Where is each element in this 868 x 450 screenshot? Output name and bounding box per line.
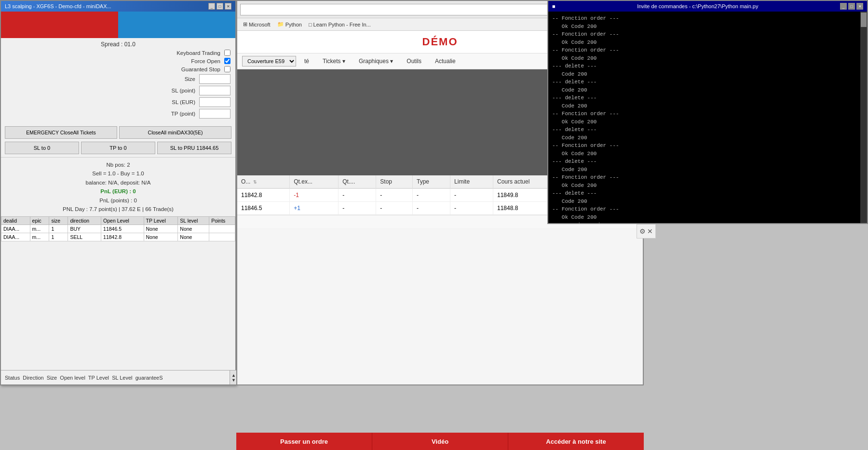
cmd-content: -- Fonction order --- Ok Code 200-- Fonc… (548, 12, 867, 223)
cmd-scrollbar[interactable] (860, 12, 867, 223)
sell-button[interactable] (1, 12, 118, 38)
cmd-line: Ok Code 200 (552, 118, 863, 126)
th-type: Type (412, 175, 450, 188)
spread-label: Spread : 01.0 (101, 41, 136, 48)
cmd-line: --- delete --- (552, 126, 863, 134)
trade-buttons (1, 12, 235, 38)
force-open-checkbox[interactable] (224, 58, 231, 64)
nav-tab-tickets[interactable]: Tickets ▾ (317, 55, 351, 67)
bookmark-python[interactable]: 📁 Python (275, 20, 304, 28)
table-row: DIAA... m... 1 BUY 11846.5 None None (1, 225, 235, 233)
close-button[interactable]: ✕ (225, 3, 231, 10)
buy-button[interactable] (118, 12, 235, 38)
tp-to-0-button[interactable]: TP to 0 (81, 142, 155, 154)
cmd-line: Code 200 (552, 102, 863, 110)
emergency-closeall-button[interactable]: EMERGENCY CloseAll Tickets (5, 126, 117, 139)
cmd-titlebar-buttons: _ □ ✕ (840, 3, 863, 10)
sell-buy: Sell = 1.0 - Buy = 1.0 (6, 169, 231, 178)
pos-direction: BUY (68, 225, 101, 233)
nav-tab-te[interactable]: té (299, 55, 314, 67)
sl-eur-label: SL (EUR) (172, 99, 195, 105)
trade-qt: - (339, 188, 376, 202)
passer-ordre-button[interactable]: Passer un ordre (236, 433, 372, 450)
cmd-maximize-button[interactable]: □ (848, 3, 855, 10)
settings-area: Spread : 01.0 Keyboard Trading Force Ope… (1, 38, 235, 123)
tp-point-input[interactable] (199, 109, 231, 119)
position-info: Nb pos: 2 Sell = 1.0 - Buy = 1.0 balance… (1, 157, 235, 216)
panel-settings-icon[interactable]: ⚙ ✕ (637, 224, 656, 238)
cmd-line: Ok Code 200 (552, 23, 863, 31)
guaranted-stop-checkbox[interactable] (224, 66, 231, 72)
bookmark-microsoft[interactable]: ⊞ Microsoft (241, 20, 272, 28)
url-bar[interactable]: x.htm?201505141232# (240, 4, 556, 15)
size-label: Size (185, 76, 195, 82)
closeall-minidax-button[interactable]: CloseAll miniDAX30(5E) (119, 126, 231, 139)
cmd-window: ■ Invite de commandes - c:\Python27\Pyth… (547, 0, 868, 224)
pos-epic: m... (30, 225, 49, 233)
pos-points (209, 233, 235, 241)
guaranted-stop-label: Guaranted Stop (181, 66, 220, 72)
cmd-titlebar: ■ Invite de commandes - c:\Python27\Pyth… (548, 1, 867, 12)
sl-point-label: SL (point) (172, 88, 195, 93)
guaranted-stop-row: Guaranted Stop (6, 66, 231, 72)
sl-eur-row: SL (EUR) (6, 97, 231, 107)
cmd-line: -- Fonction order --- (552, 14, 863, 23)
keyboard-trading-checkbox[interactable] (224, 50, 231, 56)
pos-direction: SELL (68, 233, 101, 241)
trade-limite: - (450, 188, 493, 202)
cmd-line: Code 200 (552, 198, 863, 206)
cmd-close-button[interactable]: ✕ (856, 3, 863, 10)
col-open-level: Open Level (101, 217, 144, 225)
video-button[interactable]: Vidéo (372, 433, 508, 450)
bottom-action-bar: Passer un ordre Vidéo Accéder à notre si… (236, 433, 644, 450)
sl-to-0-button[interactable]: SL to 0 (5, 142, 79, 154)
trade-limite: - (450, 202, 493, 215)
bookmark-learn-python[interactable]: □ Learn Python - Free In... (307, 21, 373, 28)
pnl-points: PnL (points) : 0 (6, 196, 231, 205)
cmd-line: --- delete --- (552, 78, 863, 86)
sl-point-input[interactable] (199, 86, 231, 95)
pos-tp-level: None (144, 233, 178, 241)
nav-tab-actualite[interactable]: Actualie (430, 55, 461, 67)
cmd-line: --- delete --- (552, 189, 863, 198)
titlebar-buttons: _ □ ✕ (208, 3, 231, 10)
cmd-line: -- Fonction order --- (552, 110, 863, 118)
tp-point-label: TP (point) (171, 111, 195, 117)
positions-table: dealid epic size direction Open Level TP… (1, 216, 235, 241)
nav-tab-graphiques[interactable]: Graphiques ▾ (353, 55, 398, 67)
cmd-title: Invite de commandes - c:\Python27\Python… (637, 3, 758, 9)
cmd-line: Ok Code 200 (552, 54, 863, 63)
trade-stop: - (376, 202, 413, 215)
sl-eur-input[interactable] (199, 97, 231, 107)
th-qtex: Qt.ex... (290, 175, 339, 188)
sl-to-pru-button[interactable]: SL to PRU 11844.65 (157, 142, 231, 154)
cmd-line: Code 200 (552, 70, 863, 79)
acceder-site-button[interactable]: Accéder à notre site (508, 433, 644, 450)
trade-qtex: +1 (290, 202, 339, 215)
spread-row: Spread : 01.0 (6, 41, 231, 48)
nav-tab-outils[interactable]: Outils (401, 55, 427, 67)
couverture-select[interactable]: Couverture E59 (242, 56, 296, 66)
col-sl-level: SL level (178, 217, 209, 225)
pos-points (209, 225, 235, 233)
cmd-line: --- delete --- (552, 62, 863, 70)
minimize-button[interactable]: _ (208, 3, 215, 10)
pos-dealid: DIAA... (1, 233, 30, 241)
cmd-line: -- Fonction order --- (552, 142, 863, 150)
pos-tp-level: None (144, 225, 178, 233)
col-tp-level: TP Level (144, 217, 178, 225)
size-input[interactable]: 1 (199, 74, 231, 84)
cmd-line: Ok Code 200 (552, 150, 863, 158)
demo-title: DÉMO (422, 36, 458, 48)
folder-icon: 📁 (277, 21, 284, 27)
status-bar: Status Direction Size Open level TP Leve… (1, 370, 237, 384)
cmd-line: Ok Code 200 (552, 213, 863, 222)
cmd-line: Code 200 (552, 166, 863, 174)
cmd-minimize-button[interactable]: _ (840, 3, 847, 10)
force-open-row: Force Open (6, 58, 231, 64)
cmd-line: -- Fonction order --- (552, 221, 863, 223)
cmd-scrollbar-thumb (861, 13, 867, 27)
trade-type: - (412, 188, 450, 202)
col-direction: direction (68, 217, 101, 225)
maximize-button[interactable]: □ (217, 3, 223, 10)
